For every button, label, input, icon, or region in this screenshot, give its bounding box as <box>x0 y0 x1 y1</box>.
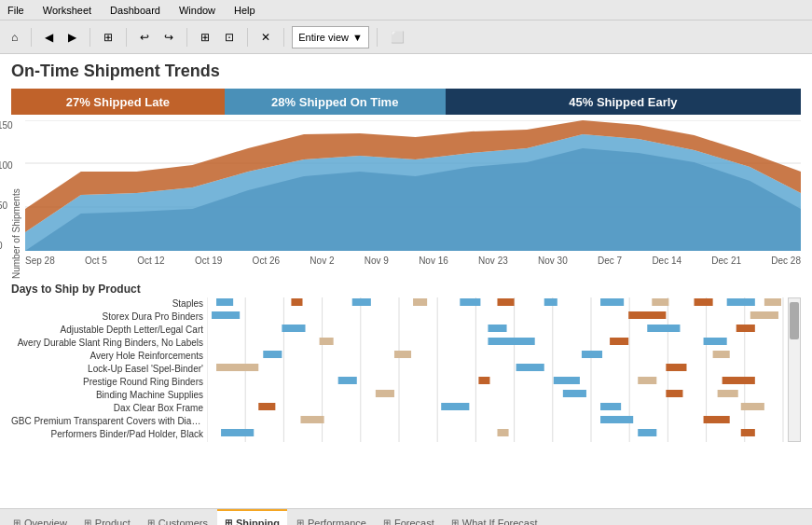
menu-worksheet[interactable]: Worksheet <box>39 3 95 18</box>
x-label-4: Oct 26 <box>253 256 280 266</box>
gantt-bar <box>394 351 411 358</box>
gantt-bar <box>704 338 727 345</box>
customers-icon: ⊞ <box>147 518 155 525</box>
overview-icon: ⊞ <box>13 518 21 525</box>
toolbar-btn-3[interactable]: ⊞ <box>98 27 118 48</box>
y-tick-150: 150 <box>0 120 13 131</box>
days-section-title: Days to Ship by Product <box>11 283 801 296</box>
view-select[interactable]: Entire view ▼ <box>292 26 369 48</box>
days-chart: Staples Storex Dura Pro Binders Adjustab… <box>11 297 801 442</box>
forward-button[interactable]: ▶ <box>62 27 82 48</box>
gantt-bar <box>736 325 755 332</box>
gantt-bar <box>488 338 534 345</box>
gantt-bar <box>666 390 682 397</box>
summary-early: 45% Shipped Early <box>446 89 801 115</box>
x-label-5: Nov 2 <box>310 256 334 266</box>
product-label-5: Lock-Up Easel 'Spel-Binder' <box>11 363 207 376</box>
product-label-7: Binding Machine Supplies <box>11 389 207 402</box>
ontime-label: Shipped On Time <box>299 95 399 109</box>
tab-whatif-label: What If Forecast <box>462 518 538 526</box>
gantt-bar <box>338 377 357 384</box>
gantt-bar <box>727 298 755 306</box>
x-label-13: Dec 28 <box>771 256 801 266</box>
tab-performance[interactable]: ⊞ Performance <box>289 509 374 525</box>
gantt-bar <box>741 403 764 410</box>
gantt-bar <box>563 390 586 397</box>
gantt-bar <box>498 298 515 306</box>
toolbar-btn-7[interactable]: ⊡ <box>219 27 240 48</box>
gantt-bar <box>478 377 489 384</box>
x-label-3: Oct 19 <box>195 256 222 266</box>
gantt-bar <box>376 390 394 397</box>
summary-late: 27% Shipped Late <box>11 89 225 115</box>
product-label-6: Prestige Round Ring Binders <box>11 376 207 389</box>
gantt-bar <box>216 364 258 371</box>
gantt-bar <box>413 298 427 306</box>
x-label-7: Nov 16 <box>419 256 448 266</box>
whatif-icon: ⊞ <box>451 518 459 525</box>
tab-whatif[interactable]: ⊞ What If Forecast <box>444 509 545 525</box>
tab-forecast[interactable]: ⊞ Forecast <box>376 509 442 525</box>
gantt-bar <box>704 416 730 423</box>
ontime-pct: 28% <box>271 95 296 109</box>
home-button[interactable]: ⌂ <box>6 27 23 48</box>
product-label-11: Stanley Bostitch Contemporary Electric P… <box>11 441 207 442</box>
gantt-bar <box>441 403 469 410</box>
gantt-area: Sep 28 Oct 5 Oct 12 Oct 19 Oct 26 Nov 2 … <box>207 297 788 442</box>
product-label-8: Dax Clear Box Frame <box>11 402 207 415</box>
gantt-bar <box>221 429 254 436</box>
vertical-scrollbar[interactable] <box>788 297 801 442</box>
tab-forecast-label: Forecast <box>394 518 434 526</box>
separator-3 <box>126 28 127 47</box>
gantt-bar <box>638 377 656 384</box>
gantt-bar <box>544 298 557 306</box>
forecast-icon: ⊞ <box>383 518 391 525</box>
product-label-10: Performers Binder/Pad Holder, Black <box>11 428 207 441</box>
separator-5 <box>247 28 248 47</box>
undo-button[interactable]: ↩ <box>134 27 155 48</box>
back-button[interactable]: ◀ <box>39 27 59 48</box>
gantt-bar <box>652 298 668 306</box>
gantt-bar <box>638 429 656 436</box>
tab-shipping[interactable]: ⊞ Shipping <box>217 509 287 525</box>
y-tick-0: 0 <box>0 241 13 251</box>
product-label-2: Adjustable Depth Letter/Legal Cart <box>11 324 207 337</box>
redo-button[interactable]: ↪ <box>158 27 179 48</box>
separator-4 <box>186 28 187 47</box>
early-pct: 45% <box>569 95 593 109</box>
gantt-bar <box>582 351 602 358</box>
menu-help[interactable]: Help <box>230 3 259 18</box>
menu-file[interactable]: File <box>4 3 28 18</box>
gantt-bar <box>764 298 781 306</box>
product-icon: ⊞ <box>84 518 91 525</box>
gantt-bar <box>460 298 480 306</box>
chart-title: On-Time Shipment Trends <box>11 62 801 81</box>
tab-customers[interactable]: ⊞ Customers <box>140 509 215 525</box>
present-button[interactable]: ⬜ <box>385 27 410 48</box>
gantt-svg <box>207 297 788 442</box>
x-label-10: Dec 7 <box>598 256 622 266</box>
toolbar: ⌂ ◀ ▶ ⊞ ↩ ↪ ⊞ ⊡ ✕ Entire view ▼ ⬜ <box>0 21 812 54</box>
performance-icon: ⊞ <box>296 518 304 525</box>
area-chart-container: Number of Shipments 150 100 50 0 <box>11 120 801 279</box>
tab-shipping-label: Shipping <box>236 518 280 526</box>
main-content: On-Time Shipment Trends 27% Shipped Late… <box>0 54 812 508</box>
separator-6 <box>283 28 284 47</box>
gantt-bar <box>713 351 730 358</box>
scrollbar-thumb[interactable] <box>790 302 799 339</box>
separator-2 <box>89 28 90 47</box>
separator-1 <box>31 28 32 47</box>
menu-window[interactable]: Window <box>175 3 219 18</box>
product-label-9: GBC Premium Transparent Covers with Diag… <box>11 415 207 428</box>
tab-overview[interactable]: ⊞ Overview <box>6 509 75 525</box>
gantt-bar <box>647 325 680 332</box>
gantt-bar <box>610 338 628 345</box>
menu-dashboard[interactable]: Dashboard <box>106 3 164 18</box>
clear-button[interactable]: ✕ <box>255 27 276 48</box>
tab-product-label: Product <box>95 518 131 526</box>
gantt-bar <box>498 429 509 436</box>
toolbar-btn-6[interactable]: ⊞ <box>195 27 215 48</box>
view-select-arrow: ▼ <box>352 32 363 43</box>
tab-product[interactable]: ⊞ Product <box>76 509 138 525</box>
gantt-bar <box>695 298 713 306</box>
